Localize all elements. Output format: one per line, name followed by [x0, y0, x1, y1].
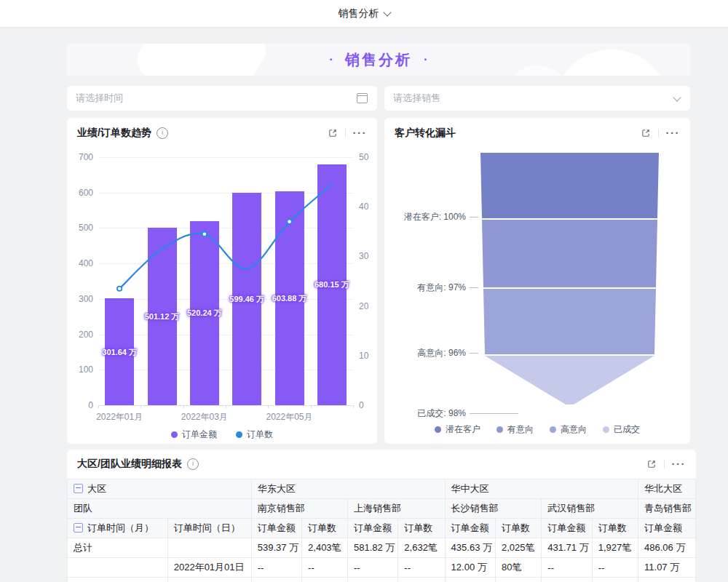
team-cell: 青岛销售部: [638, 499, 696, 519]
y-axis-tick-right: 0: [359, 400, 381, 410]
sales-filter-placeholder: 请选择销售: [393, 92, 674, 105]
value-cell: 80笔: [495, 558, 541, 578]
banner-decoration: [130, 44, 273, 76]
region-header-cell: 大区: [68, 479, 252, 499]
y-axis-tick-right: 50: [359, 152, 381, 162]
value-cell: --: [542, 578, 592, 582]
banner: · 销售分析 ·: [67, 44, 690, 76]
funnel-label-line: [470, 217, 478, 218]
metric-header-cell: 订单金额: [251, 519, 301, 538]
legend-dot: [236, 431, 242, 438]
day-header-cell: 订单时间（日）: [167, 519, 251, 538]
value-cell: --: [592, 558, 638, 578]
legend-label: 订单数: [247, 428, 273, 441]
y-axis-tick-left: 500: [67, 223, 93, 233]
collapse-icon[interactable]: [74, 523, 83, 533]
x-axis-label: 2022年03月: [161, 411, 248, 423]
value-cell: 581.82 万: [347, 538, 397, 558]
value-cell: 2,632笔: [398, 538, 445, 558]
value-cell: --: [302, 578, 348, 582]
info-icon[interactable]: i: [187, 458, 199, 470]
funnel-card: 客户转化漏斗 ··· 潜在客户: 100%有意向: 97%高意向: 96%已成交…: [384, 118, 690, 444]
y-axis-tick-left: 400: [67, 258, 93, 268]
expand-icon[interactable]: [646, 459, 657, 469]
legend-item[interactable]: 订单数: [236, 428, 273, 441]
funnel-stage-2: [480, 220, 659, 287]
x-axis-tick: [353, 405, 354, 408]
chevron-down-icon[interactable]: [383, 8, 391, 16]
legend-item[interactable]: 已成交: [603, 423, 640, 436]
value-cell: --: [592, 578, 638, 582]
x-axis-tick: [98, 405, 99, 408]
more-menu-icon[interactable]: ···: [672, 461, 687, 467]
x-axis-label: 2022年01月: [76, 411, 163, 423]
value-cell: 2,403笔: [302, 538, 348, 558]
funnel-chart-area: 潜在客户: 100%有意向: 97%高意向: 96%已成交: 98%潜在客户有意…: [384, 118, 690, 444]
value-cell: --: [302, 558, 348, 578]
y-axis-tick-left: 0: [67, 400, 93, 410]
value-cell: 486.06 万: [638, 538, 696, 558]
table-card-header: 大区/团队业绩明细报表 i ···: [67, 450, 696, 479]
chevron-down-icon: [673, 93, 681, 101]
row-date-cell: 2022年01月01日: [167, 558, 251, 578]
time-filter-placeholder: 请选择时间: [76, 92, 357, 105]
collapse-icon[interactable]: [74, 484, 83, 493]
orders-line-chart: [98, 157, 353, 405]
value-cell: 11.07 万: [638, 558, 696, 578]
page-title[interactable]: 销售分析: [339, 7, 379, 20]
value-cell: --: [251, 578, 301, 582]
funnel-legend: 潜在客户有意向高意向已成交: [384, 423, 690, 436]
value-cell: 2,025笔: [495, 538, 541, 558]
y-axis-tick-left: 300: [67, 294, 93, 304]
y-axis-tick-right: 40: [359, 202, 381, 212]
y-axis-tick-right: 20: [359, 301, 381, 311]
legend-item[interactable]: 订单金额: [171, 428, 217, 441]
value-cell: --: [398, 558, 445, 578]
region-cell: 华东大区: [251, 479, 445, 499]
legend-label: 潜在客户: [446, 423, 480, 436]
team-cell: 武汉销售部: [542, 499, 638, 519]
banner-decoration: [553, 49, 670, 76]
y-axis-tick-left: 700: [67, 152, 93, 162]
legend-dot: [550, 426, 556, 433]
funnel-stage-1: [480, 153, 659, 218]
metric-header-cell: 订单数: [495, 519, 541, 538]
time-filter-select[interactable]: 请选择时间: [67, 86, 377, 111]
funnel-stage-label: 潜在客户: 100%: [386, 211, 466, 223]
value-cell: 539.37 万: [251, 538, 301, 558]
legend-item[interactable]: 有意向: [496, 423, 534, 436]
metric-header-cell: 订单数: [592, 519, 638, 538]
month-header-cell: 订单时间（月）: [68, 519, 168, 538]
value-cell: --: [347, 558, 397, 578]
legend-item[interactable]: 潜在客户: [435, 423, 480, 436]
funnel-stage-label: 已成交: 98%: [386, 407, 466, 420]
x-axis-tick: [141, 405, 141, 408]
team-cell: 上海销售部: [347, 499, 445, 519]
metric-header-cell: 订单金额: [445, 519, 495, 538]
sales-filter-select[interactable]: 请选择销售: [384, 86, 690, 111]
funnel-label-line: [470, 413, 518, 414]
y-axis-tick-left: 100: [67, 364, 93, 375]
legend-label: 有意向: [507, 423, 534, 436]
legend-item[interactable]: 高意向: [550, 423, 587, 436]
trend-card: 业绩/订单数趋势 i ··· 7006005004003002001000504…: [67, 118, 377, 444]
table-card-title: 大区/团队业绩明细报表: [77, 458, 182, 471]
value-cell: --: [542, 558, 592, 578]
row-label-cell: 总计: [68, 538, 168, 558]
team-cell: 长沙销售部: [445, 499, 542, 519]
value-cell: 90笔: [495, 578, 541, 582]
report-table: 大区华东大区华中大区华北大区团队南京销售部上海销售部长沙销售部武汉销售部青岛销售…: [67, 479, 696, 582]
divider: [664, 460, 665, 469]
region-cell: 华中大区: [445, 479, 638, 499]
value-cell: --: [347, 578, 397, 582]
legend-label: 订单金额: [182, 428, 217, 441]
value-cell: 11.0 万: [638, 578, 696, 582]
dashboard-page: 销售分析 · 销售分析 · 请选择时间 请选择销售 业绩/订单数趋势 i ·: [0, 0, 728, 582]
value-cell: 431.71 万: [542, 538, 592, 558]
legend-label: 已成交: [614, 423, 640, 436]
row-date-cell: [167, 538, 251, 558]
metric-header-cell: 订单数: [398, 519, 445, 538]
y-axis-tick-right: 30: [359, 251, 381, 261]
row-label-cell: [68, 578, 168, 582]
metric-header-cell: 订单金额: [542, 519, 592, 538]
